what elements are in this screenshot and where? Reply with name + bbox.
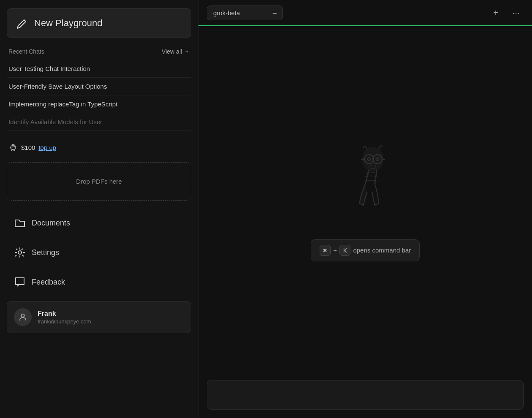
settings-nav-item[interactable]: Settings [7,239,191,266]
chat-item[interactable]: User-Friendly Save Layout Options [7,78,191,95]
credits-row: $100 top up [7,139,191,155]
add-button[interactable]: + [488,5,503,20]
center-area: ⌘ + K opens command bar [198,26,532,373]
credits-amount: $100 [21,144,35,151]
chat-item[interactable]: User Testing Chat Interaction [7,60,191,78]
gear-icon [14,247,26,258]
k-key: K [339,245,350,256]
llama-illustration [327,138,403,223]
piggy-bank-icon [8,143,18,152]
shortcut-hint: ⌘ + K opens command bar [311,239,420,261]
shortcut-description: opens command bar [353,247,411,254]
feedback-nav-item[interactable]: Feedback [7,268,191,296]
recent-chats-header: Recent Chats View all → [7,48,191,55]
svg-point-7 [367,157,370,160]
pdf-drop-zone[interactable]: Drop PDFs here [7,162,191,201]
svg-point-0 [15,146,16,147]
new-playground-label: New Playground [34,18,102,29]
model-selector[interactable]: grok-beta [207,5,283,20]
top-up-link[interactable]: top up [38,144,56,151]
svg-point-8 [376,157,379,160]
edit-icon [16,16,29,30]
user-card[interactable]: Frank frank@punkpeye.com [7,301,191,333]
feedback-label: Feedback [32,278,65,287]
svg-point-2 [21,314,24,317]
recent-chats-list: User Testing Chat Interaction User-Frien… [7,60,191,131]
model-name: grok-beta [213,9,240,16]
recent-chats-title: Recent Chats [8,48,44,55]
documents-nav-item[interactable]: Documents [7,209,191,237]
view-all-link[interactable]: View all → [162,48,190,55]
user-info: Frank frank@punkpeye.com [38,310,91,325]
user-email: frank@punkpeye.com [38,318,91,325]
main-area: grok-beta + ··· [198,0,532,418]
chevron-up-down-icon [273,12,277,14]
user-name: Frank [38,310,91,318]
avatar [14,308,32,326]
chat-item[interactable]: Implementing replaceTag in TypeScript [7,95,191,113]
plus-separator: + [333,247,337,254]
top-bar: grok-beta + ··· [198,0,532,26]
folder-icon [14,217,26,229]
cmd-key: ⌘ [320,245,331,256]
svg-point-6 [370,165,376,168]
feedback-icon [14,276,26,288]
sidebar: New Playground Recent Chats View all → U… [0,0,198,418]
svg-point-1 [18,251,22,254]
chat-item[interactable]: Identify Available Models for User [7,113,191,131]
more-options-button[interactable]: ··· [508,5,524,20]
new-playground-button[interactable]: New Playground [7,8,191,38]
settings-label: Settings [32,248,59,257]
input-area [198,373,532,418]
drop-zone-label: Drop PDFs here [76,178,122,185]
chat-input[interactable] [207,380,524,410]
documents-label: Documents [32,219,70,228]
